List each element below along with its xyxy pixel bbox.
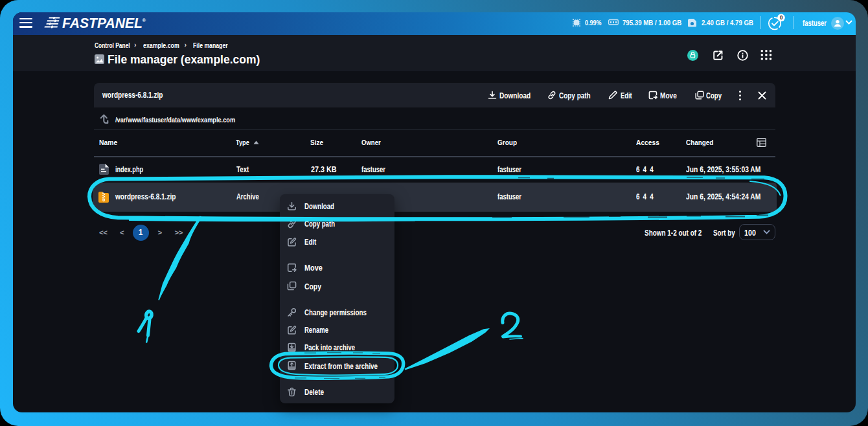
- svg-text:0: 0: [780, 14, 783, 21]
